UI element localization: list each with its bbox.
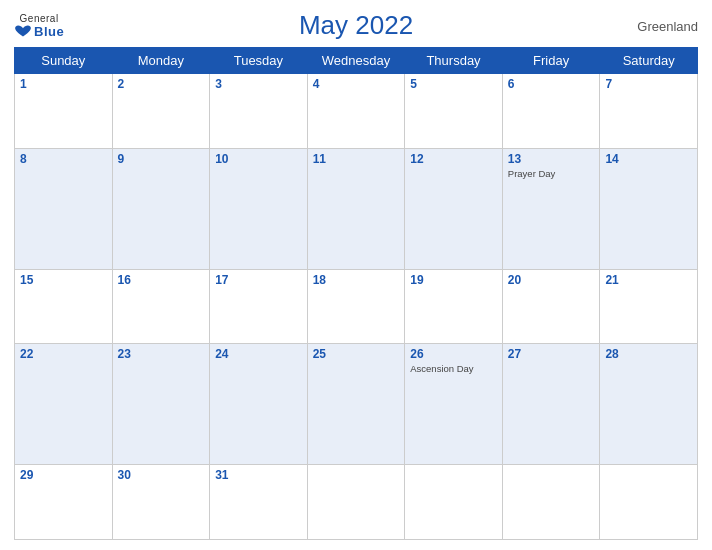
- day-cell: 13Prayer Day: [502, 148, 600, 269]
- day-header-thursday: Thursday: [405, 48, 503, 74]
- day-cell: 16: [112, 269, 210, 344]
- logo: General Blue: [14, 13, 64, 39]
- day-cell: 31: [210, 465, 308, 540]
- day-cell: 14: [600, 148, 698, 269]
- day-cell: 4: [307, 74, 405, 149]
- day-number: 16: [118, 273, 205, 287]
- day-number: 9: [118, 152, 205, 166]
- day-header-wednesday: Wednesday: [307, 48, 405, 74]
- week-row-5: 293031: [15, 465, 698, 540]
- day-cell: 1: [15, 74, 113, 149]
- day-header-tuesday: Tuesday: [210, 48, 308, 74]
- day-number: 13: [508, 152, 595, 166]
- day-cell: 11: [307, 148, 405, 269]
- day-cell: 15: [15, 269, 113, 344]
- day-number: 5: [410, 77, 497, 91]
- day-cell: 25: [307, 344, 405, 465]
- day-number: 12: [410, 152, 497, 166]
- day-cell: [307, 465, 405, 540]
- day-number: 18: [313, 273, 400, 287]
- day-number: 23: [118, 347, 205, 361]
- header: General Blue May 2022 Greenland: [14, 10, 698, 41]
- day-number: 15: [20, 273, 107, 287]
- day-cell: 3: [210, 74, 308, 149]
- day-cell: 21: [600, 269, 698, 344]
- day-number: 1: [20, 77, 107, 91]
- day-cell: 23: [112, 344, 210, 465]
- day-cell: 30: [112, 465, 210, 540]
- day-number: 30: [118, 468, 205, 482]
- day-number: 21: [605, 273, 692, 287]
- calendar-table: SundayMondayTuesdayWednesdayThursdayFrid…: [14, 47, 698, 540]
- region-label: Greenland: [637, 18, 698, 33]
- day-cell: 12: [405, 148, 503, 269]
- day-cell: 22: [15, 344, 113, 465]
- header-row: SundayMondayTuesdayWednesdayThursdayFrid…: [15, 48, 698, 74]
- day-cell: 17: [210, 269, 308, 344]
- day-number: 27: [508, 347, 595, 361]
- day-number: 14: [605, 152, 692, 166]
- day-cell: 7: [600, 74, 698, 149]
- week-row-1: 1234567: [15, 74, 698, 149]
- day-header-monday: Monday: [112, 48, 210, 74]
- day-header-sunday: Sunday: [15, 48, 113, 74]
- day-number: 17: [215, 273, 302, 287]
- day-number: 6: [508, 77, 595, 91]
- day-cell: [405, 465, 503, 540]
- day-cell: 5: [405, 74, 503, 149]
- day-cell: 20: [502, 269, 600, 344]
- day-cell: 19: [405, 269, 503, 344]
- logo-bird-icon: [14, 24, 32, 38]
- day-number: 28: [605, 347, 692, 361]
- day-number: 7: [605, 77, 692, 91]
- day-number: 19: [410, 273, 497, 287]
- day-cell: 2: [112, 74, 210, 149]
- calendar-title: May 2022: [299, 10, 413, 40]
- day-cell: 29: [15, 465, 113, 540]
- week-row-4: 2223242526Ascension Day2728: [15, 344, 698, 465]
- day-cell: 9: [112, 148, 210, 269]
- day-number: 11: [313, 152, 400, 166]
- day-number: 31: [215, 468, 302, 482]
- day-header-saturday: Saturday: [600, 48, 698, 74]
- week-row-2: 8910111213Prayer Day14: [15, 148, 698, 269]
- day-header-friday: Friday: [502, 48, 600, 74]
- day-number: 8: [20, 152, 107, 166]
- day-cell: 8: [15, 148, 113, 269]
- day-cell: [600, 465, 698, 540]
- day-cell: 27: [502, 344, 600, 465]
- day-number: 4: [313, 77, 400, 91]
- title-area: May 2022: [299, 10, 413, 41]
- day-cell: [502, 465, 600, 540]
- event-label: Ascension Day: [410, 363, 497, 374]
- day-number: 24: [215, 347, 302, 361]
- day-number: 2: [118, 77, 205, 91]
- day-cell: 24: [210, 344, 308, 465]
- day-number: 22: [20, 347, 107, 361]
- day-cell: 10: [210, 148, 308, 269]
- day-cell: 18: [307, 269, 405, 344]
- day-number: 25: [313, 347, 400, 361]
- day-cell: 26Ascension Day: [405, 344, 503, 465]
- day-number: 29: [20, 468, 107, 482]
- day-number: 20: [508, 273, 595, 287]
- week-row-3: 15161718192021: [15, 269, 698, 344]
- day-number: 3: [215, 77, 302, 91]
- day-number: 10: [215, 152, 302, 166]
- day-cell: 6: [502, 74, 600, 149]
- calendar-page: General Blue May 2022 Greenland SundayMo…: [0, 0, 712, 550]
- event-label: Prayer Day: [508, 168, 595, 179]
- day-number: 26: [410, 347, 497, 361]
- day-cell: 28: [600, 344, 698, 465]
- logo-general: General: [20, 13, 59, 24]
- logo-blue: Blue: [14, 24, 64, 39]
